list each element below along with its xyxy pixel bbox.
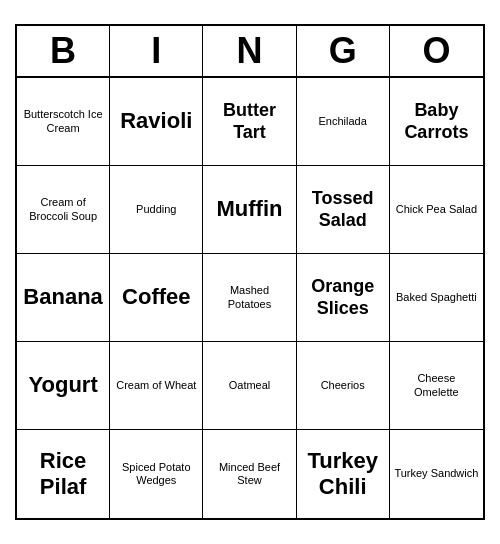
cell-text: Baby Carrots xyxy=(394,100,479,143)
bingo-cell[interactable]: Cheerios xyxy=(297,342,390,430)
bingo-cell[interactable]: Pudding xyxy=(110,166,203,254)
bingo-card: BINGO Butterscotch Ice CreamRavioliButte… xyxy=(15,24,485,520)
cell-text: Minced Beef Stew xyxy=(207,461,291,487)
bingo-cell[interactable]: Orange Slices xyxy=(297,254,390,342)
bingo-cell[interactable]: Muffin xyxy=(203,166,296,254)
header-letter: G xyxy=(297,26,390,76)
cell-text: Mashed Potatoes xyxy=(207,284,291,310)
bingo-cell[interactable]: Ravioli xyxy=(110,78,203,166)
cell-text: Cheerios xyxy=(321,379,365,392)
bingo-cell[interactable]: Butter Tart xyxy=(203,78,296,166)
bingo-cell[interactable]: Yogurt xyxy=(17,342,110,430)
cell-text: Turkey Chili xyxy=(301,448,385,501)
bingo-cell[interactable]: Spiced Potato Wedges xyxy=(110,430,203,518)
bingo-cell[interactable]: Tossed Salad xyxy=(297,166,390,254)
cell-text: Coffee xyxy=(122,284,190,310)
cell-text: Oatmeal xyxy=(229,379,271,392)
bingo-cell[interactable]: Banana xyxy=(17,254,110,342)
cell-text: Butter Tart xyxy=(207,100,291,143)
cell-text: Enchilada xyxy=(319,115,367,128)
bingo-cell[interactable]: Coffee xyxy=(110,254,203,342)
cell-text: Cheese Omelette xyxy=(394,372,479,398)
bingo-cell[interactable]: Rice Pilaf xyxy=(17,430,110,518)
cell-text: Chick Pea Salad xyxy=(396,203,477,216)
bingo-cell[interactable]: Turkey Sandwich xyxy=(390,430,483,518)
bingo-cell[interactable]: Baby Carrots xyxy=(390,78,483,166)
header-letter: I xyxy=(110,26,203,76)
bingo-cell[interactable]: Turkey Chili xyxy=(297,430,390,518)
bingo-cell[interactable]: Cream of Wheat xyxy=(110,342,203,430)
bingo-grid: Butterscotch Ice CreamRavioliButter Tart… xyxy=(17,78,483,518)
header-letter: O xyxy=(390,26,483,76)
cell-text: Rice Pilaf xyxy=(21,448,105,501)
cell-text: Turkey Sandwich xyxy=(394,467,478,480)
bingo-cell[interactable]: Cheese Omelette xyxy=(390,342,483,430)
cell-text: Tossed Salad xyxy=(301,188,385,231)
bingo-cell[interactable]: Enchilada xyxy=(297,78,390,166)
cell-text: Banana xyxy=(23,284,102,310)
cell-text: Muffin xyxy=(217,196,283,222)
bingo-cell[interactable]: Baked Spaghetti xyxy=(390,254,483,342)
bingo-cell[interactable]: Minced Beef Stew xyxy=(203,430,296,518)
bingo-header: BINGO xyxy=(17,26,483,78)
bingo-cell[interactable]: Mashed Potatoes xyxy=(203,254,296,342)
bingo-cell[interactable]: Cream of Broccoli Soup xyxy=(17,166,110,254)
cell-text: Butterscotch Ice Cream xyxy=(21,108,105,134)
cell-text: Yogurt xyxy=(28,372,97,398)
bingo-cell[interactable]: Butterscotch Ice Cream xyxy=(17,78,110,166)
cell-text: Cream of Broccoli Soup xyxy=(21,196,105,222)
cell-text: Pudding xyxy=(136,203,176,216)
cell-text: Orange Slices xyxy=(301,276,385,319)
cell-text: Baked Spaghetti xyxy=(396,291,477,304)
cell-text: Cream of Wheat xyxy=(116,379,196,392)
cell-text: Ravioli xyxy=(120,108,192,134)
header-letter: N xyxy=(203,26,296,76)
bingo-cell[interactable]: Chick Pea Salad xyxy=(390,166,483,254)
cell-text: Spiced Potato Wedges xyxy=(114,461,198,487)
header-letter: B xyxy=(17,26,110,76)
bingo-cell[interactable]: Oatmeal xyxy=(203,342,296,430)
